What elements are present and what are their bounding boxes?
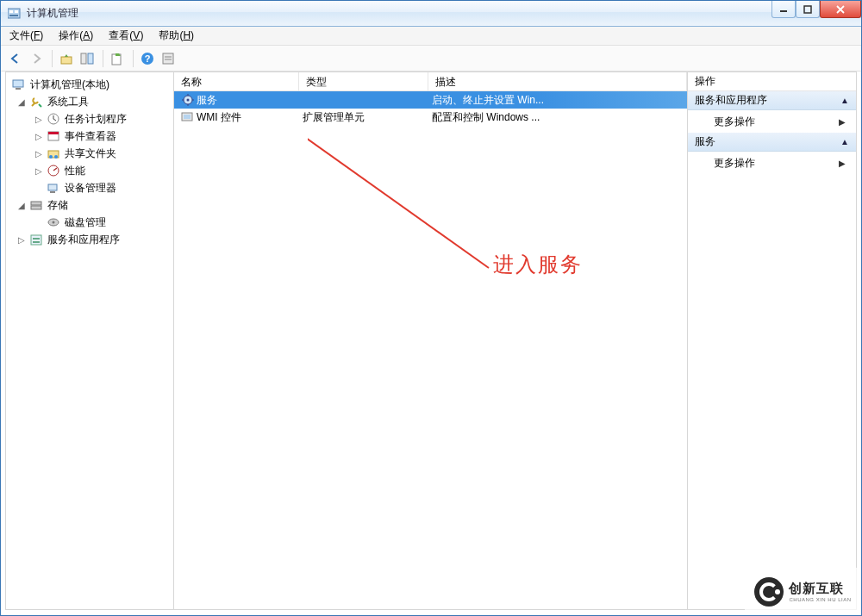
annotation-text: 进入服务 bbox=[493, 251, 583, 278]
menu-view[interactable]: 查看(V) bbox=[109, 28, 143, 43]
performance-icon bbox=[47, 164, 60, 177]
annotation-arrow bbox=[308, 117, 566, 289]
tree-system-tools[interactable]: ◢ 系统工具 bbox=[6, 93, 173, 110]
gear-icon bbox=[181, 93, 195, 107]
expand-icon[interactable]: ▷ bbox=[34, 149, 44, 159]
content-area: 计算机管理(本地) ◢ 系统工具 ▷ 任务计划程序 ▷ 事件查看器 ▷ 共享文件… bbox=[5, 72, 857, 610]
svg-rect-26 bbox=[31, 202, 41, 205]
tree-storage[interactable]: ◢ 存储 bbox=[6, 196, 173, 214]
svg-rect-40 bbox=[184, 115, 191, 119]
event-icon bbox=[47, 129, 60, 143]
svg-rect-8 bbox=[88, 53, 93, 64]
help-button[interactable]: ? bbox=[138, 49, 157, 68]
window-buttons bbox=[771, 1, 861, 26]
properties-button[interactable] bbox=[159, 49, 178, 68]
tree-disk-management[interactable]: ▷ 磁盘管理 bbox=[6, 214, 173, 231]
row-wmi[interactable]: WMI 控件 扩展管理单元 配置和控制 Windows ... bbox=[174, 109, 687, 126]
maximize-button[interactable] bbox=[796, 1, 820, 18]
list-header[interactable]: 名称 类型 描述 bbox=[174, 72, 687, 91]
storage-icon bbox=[29, 198, 43, 212]
tree-pane[interactable]: 计算机管理(本地) ◢ 系统工具 ▷ 任务计划程序 ▷ 事件查看器 ▷ 共享文件… bbox=[6, 72, 174, 609]
svg-rect-3 bbox=[9, 15, 18, 16]
action-group-services[interactable]: 服务 ▲ bbox=[688, 133, 856, 152]
col-type[interactable]: 类型 bbox=[299, 72, 428, 90]
expand-icon[interactable]: ▷ bbox=[34, 115, 44, 124]
svg-point-34 bbox=[187, 99, 190, 102]
svg-rect-25 bbox=[50, 191, 55, 193]
svg-rect-12 bbox=[163, 53, 173, 64]
menubar: 文件(F) 操作(A) 查看(V) 帮助(H) bbox=[1, 27, 861, 46]
collapse-icon: ▲ bbox=[840, 137, 849, 146]
svg-rect-32 bbox=[33, 241, 40, 243]
svg-rect-31 bbox=[33, 238, 40, 240]
expand-icon[interactable]: ▷ bbox=[34, 132, 44, 141]
window-title: 计算机管理 bbox=[27, 6, 771, 21]
watermark-logo bbox=[754, 577, 784, 607]
svg-rect-27 bbox=[31, 206, 41, 209]
back-button[interactable] bbox=[6, 49, 25, 68]
list-body[interactable]: 服务 启动、终止并设置 Win... WMI 控件 扩展管理单元 配置和控制 W… bbox=[174, 91, 687, 609]
svg-rect-16 bbox=[16, 88, 21, 90]
tools-icon bbox=[29, 95, 43, 109]
services-icon bbox=[29, 233, 43, 246]
actions-title: 操作 bbox=[688, 72, 856, 91]
svg-rect-1 bbox=[9, 10, 13, 13]
tree-shared-folders[interactable]: ▷ 共享文件夹 bbox=[6, 145, 173, 162]
submenu-icon: ▶ bbox=[839, 117, 846, 127]
list-pane: 名称 类型 描述 服务 启动、终止并设置 Win... WMI 控件 bbox=[174, 72, 688, 609]
clock-icon bbox=[47, 112, 60, 126]
menu-action[interactable]: 操作(A) bbox=[59, 28, 93, 43]
action-more-2[interactable]: 更多操作 ▶ bbox=[688, 152, 856, 174]
folder-share-icon bbox=[47, 146, 60, 160]
svg-point-21 bbox=[49, 155, 53, 159]
action-group-services-apps[interactable]: 服务和应用程序 ▲ bbox=[688, 91, 856, 110]
tree-task-scheduler[interactable]: ▷ 任务计划程序 bbox=[6, 110, 173, 128]
collapse-icon[interactable]: ◢ bbox=[16, 97, 27, 107]
show-hide-button[interactable] bbox=[78, 49, 97, 68]
svg-point-22 bbox=[54, 155, 58, 159]
forward-button[interactable] bbox=[27, 49, 46, 68]
expand-icon[interactable]: ▷ bbox=[16, 235, 27, 245]
device-icon bbox=[47, 181, 60, 195]
col-name[interactable]: 名称 bbox=[174, 72, 299, 90]
svg-rect-6 bbox=[61, 57, 72, 64]
export-button[interactable] bbox=[108, 49, 127, 68]
svg-text:?: ? bbox=[145, 53, 151, 64]
svg-rect-24 bbox=[48, 184, 57, 190]
svg-rect-2 bbox=[15, 10, 18, 13]
collapse-icon: ▲ bbox=[840, 96, 849, 105]
collapse-icon[interactable]: ◢ bbox=[16, 201, 27, 210]
disk-icon bbox=[47, 215, 60, 229]
cell-desc: 启动、终止并设置 Win... bbox=[432, 93, 544, 108]
submenu-icon: ▶ bbox=[839, 159, 846, 168]
tree-device-manager[interactable]: ▷ 设备管理器 bbox=[6, 179, 173, 196]
tree-services-apps[interactable]: ▷ 服务和应用程序 bbox=[6, 231, 173, 248]
minimize-button[interactable] bbox=[771, 1, 796, 18]
close-button[interactable] bbox=[820, 1, 861, 18]
svg-rect-7 bbox=[81, 53, 86, 64]
up-button[interactable] bbox=[57, 49, 76, 68]
col-desc[interactable]: 描述 bbox=[428, 72, 687, 90]
tree-performance[interactable]: ▷ 性能 bbox=[6, 162, 173, 179]
svg-rect-5 bbox=[804, 6, 811, 13]
tree-event-viewer[interactable]: ▷ 事件查看器 bbox=[6, 128, 173, 145]
row-services[interactable]: 服务 启动、终止并设置 Win... bbox=[174, 91, 687, 109]
svg-point-29 bbox=[53, 221, 55, 224]
tree-root[interactable]: 计算机管理(本地) bbox=[6, 76, 173, 93]
cell-desc: 配置和控制 Windows ... bbox=[432, 110, 540, 125]
menu-file[interactable]: 文件(F) bbox=[9, 28, 43, 43]
watermark: 创新互联 CHUANG XIN HU LIAN bbox=[745, 568, 861, 615]
toolbar: ? bbox=[1, 46, 861, 72]
expand-icon[interactable]: ▷ bbox=[34, 166, 44, 176]
svg-line-41 bbox=[308, 117, 489, 268]
actions-pane: 操作 服务和应用程序 ▲ 更多操作 ▶ 服务 ▲ 更多操作 ▶ bbox=[688, 72, 856, 609]
cell-name: 服务 bbox=[197, 93, 217, 108]
app-icon bbox=[8, 7, 22, 21]
action-more-1[interactable]: 更多操作 ▶ bbox=[688, 110, 856, 133]
svg-rect-0 bbox=[8, 9, 20, 18]
cell-type: 扩展管理单元 bbox=[303, 110, 365, 125]
titlebar[interactable]: 计算机管理 bbox=[1, 1, 861, 27]
menu-help[interactable]: 帮助(H) bbox=[159, 28, 194, 43]
svg-rect-19 bbox=[48, 132, 59, 134]
wmi-icon bbox=[181, 110, 195, 124]
